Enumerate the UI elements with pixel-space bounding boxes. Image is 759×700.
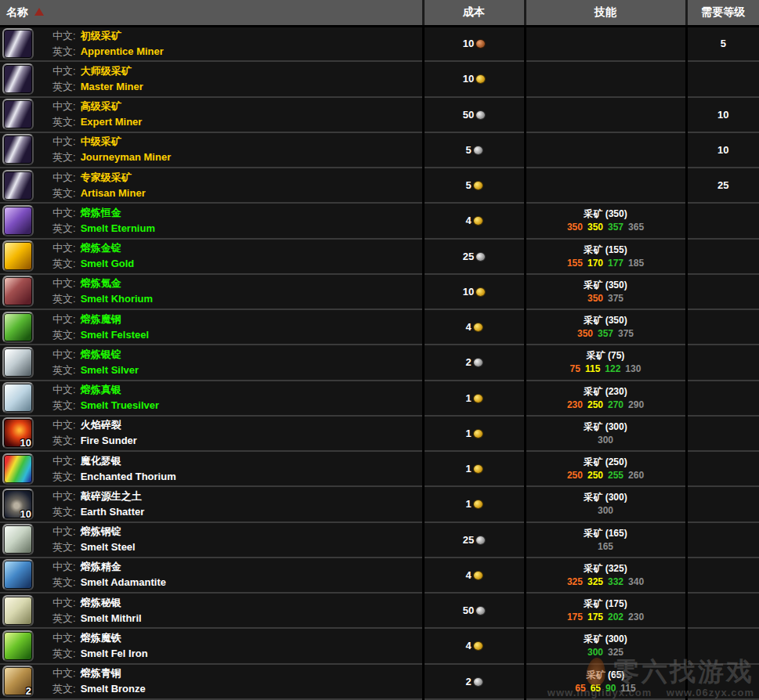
spell-name-cn[interactable]: 熔炼恒金 — [81, 207, 121, 218]
spell-name-en[interactable]: Enchanted Thorium — [81, 471, 176, 482]
skill-up-values: 155170177185 — [526, 257, 685, 269]
name-line-cn: 中文:熔炼恒金 — [52, 205, 155, 221]
spell-name-cn[interactable]: 专家级采矿 — [81, 171, 132, 183]
spell-name-en[interactable]: Smelt Truesilver — [81, 399, 159, 411]
skill-requirement: 采矿 (300) — [526, 633, 685, 645]
spell-name-cn[interactable]: 熔炼氪金 — [81, 277, 121, 289]
cost-amount: 4 — [465, 569, 471, 581]
skill-cell — [525, 97, 686, 132]
required-level — [686, 345, 759, 380]
spell-name-cn[interactable]: 初级采矿 — [81, 30, 121, 41]
spell-name-en[interactable]: Smelt Eternium — [81, 222, 155, 234]
column-header-cost[interactable]: 成本 — [423, 0, 525, 26]
spell-name-cn[interactable]: 大师级采矿 — [81, 65, 132, 77]
skill-up-values: 300325 — [526, 646, 685, 659]
icon-stack-badge: 10 — [20, 509, 31, 520]
spell-name-en[interactable]: Fire Sunder — [81, 435, 137, 446]
skill-up-values: 300 — [526, 434, 685, 446]
column-header-name[interactable]: 名称 — [0, 0, 423, 26]
column-header-skill[interactable]: 技能 — [525, 0, 686, 26]
spell-name-cn[interactable]: 熔炼魔铁 — [81, 632, 121, 644]
required-level — [686, 628, 759, 663]
spell-name-en[interactable]: Smelt Silver — [81, 364, 139, 376]
name-line-cn: 中文:敲碎源生之土 — [52, 489, 144, 504]
spell-name-en[interactable]: Smelt Steel — [81, 541, 136, 553]
en-label: 英文: — [52, 435, 76, 446]
spell-name-en[interactable]: Smelt Felsteel — [81, 329, 149, 341]
spell-name-cn[interactable]: 熔炼青铜 — [81, 667, 121, 679]
table-row: 中文:熔炼氪金 英文:Smelt Khorium 10 采矿 (350) 350… — [0, 274, 759, 309]
spell-name-en[interactable]: Journeyman Miner — [81, 151, 172, 163]
mining-pickaxe-icon[interactable] — [2, 28, 34, 60]
cost-cell: 50 — [423, 593, 525, 628]
silver-bar-icon[interactable] — [2, 347, 34, 378]
column-header-required-level[interactable]: 需要等级 — [686, 0, 759, 26]
felsteel-bar-icon[interactable] — [2, 312, 34, 343]
skill-value: 115 — [620, 683, 635, 694]
spell-name-en[interactable]: Smelt Bronze — [81, 683, 146, 695]
gold-bar-icon[interactable] — [2, 240, 34, 272]
skill-cell: 采矿 (325) 325325332340 — [525, 557, 686, 593]
spell-name-cn[interactable]: 火焰碎裂 — [81, 419, 121, 431]
mining-pickaxe-icon[interactable] — [2, 99, 34, 130]
skill-cell: 采矿 (155) 155170177185 — [525, 239, 686, 274]
spell-name-cn[interactable]: 熔炼精金 — [81, 561, 121, 572]
gold-coin-icon — [476, 75, 485, 83]
spell-name-en[interactable]: Smelt Fel Iron — [81, 648, 148, 659]
table-row: 中文:熔炼魔钢 英文:Smelt Felsteel 4 采矿 (350) 350… — [0, 309, 759, 345]
table-row: 中文:高级采矿 英文:Expert Miner 50 10 — [0, 97, 759, 132]
skill-value: 75 — [570, 363, 580, 374]
spell-name-cn[interactable]: 熔炼钢锭 — [81, 525, 121, 537]
required-level: 10 — [686, 132, 759, 168]
fel-iron-bar-icon[interactable] — [2, 630, 34, 662]
name-line-en: 英文:Smelt Bronze — [52, 681, 146, 697]
spell-name-cn[interactable]: 熔炼金锭 — [81, 242, 121, 254]
khorium-bar-icon[interactable] — [2, 276, 34, 307]
spell-name-cn[interactable]: 敲碎源生之土 — [81, 490, 142, 502]
name-line-cn: 中文:熔炼精金 — [52, 559, 166, 575]
gold-coin-icon — [474, 430, 483, 438]
spell-name-cn[interactable]: 熔炼魔钢 — [81, 313, 121, 325]
truesilver-bar-icon[interactable] — [2, 382, 34, 413]
mining-pickaxe-icon[interactable] — [2, 63, 34, 95]
skill-cell: 采矿 (65) 656590115 — [525, 664, 686, 700]
silver-coin-icon — [476, 607, 485, 615]
spell-name-cn[interactable]: 魔化瑟银 — [81, 455, 121, 467]
cost-cell: 4 — [423, 309, 525, 345]
skill-up-values: 325325332340 — [526, 576, 685, 588]
spell-name-en[interactable]: Smelt Adamantite — [81, 576, 166, 588]
eternium-bar-icon[interactable] — [2, 205, 34, 236]
mining-pickaxe-icon[interactable] — [2, 134, 34, 165]
skill-value: 165 — [598, 541, 613, 552]
cost-amount: 4 — [465, 321, 471, 333]
spell-name-en[interactable]: Smelt Khorium — [81, 293, 153, 305]
spell-name-en[interactable]: Master Miner — [81, 81, 143, 92]
gold-coin-icon — [474, 500, 483, 508]
spell-name-cn[interactable]: 熔炼银锭 — [81, 348, 121, 360]
spell-name-en[interactable]: Expert Miner — [81, 116, 143, 128]
skill-value: 350 — [587, 222, 603, 233]
spell-name-en[interactable]: Apprentice Miner — [81, 45, 164, 57]
spell-name-cn[interactable]: 熔炼秘银 — [81, 597, 121, 608]
adamantite-bar-icon[interactable] — [2, 559, 34, 590]
table-row: 中文:熔炼钢锭 英文:Smelt Steel 25 采矿 (165) 165 — [0, 522, 759, 557]
spell-name-cn[interactable]: 中级采矿 — [81, 135, 121, 147]
name-line-en: 英文:Fire Sunder — [52, 433, 137, 449]
steel-bar-icon[interactable] — [2, 524, 34, 555]
cn-label: 中文: — [52, 100, 76, 112]
spell-name-en[interactable]: Earth Shatter — [81, 506, 145, 518]
enchanted-thorium-icon[interactable] — [2, 453, 34, 485]
mithril-bar-icon[interactable] — [2, 595, 34, 626]
spell-name-cn[interactable]: 高级采矿 — [81, 100, 121, 112]
mining-pickaxe-icon[interactable] — [2, 170, 34, 201]
bronze-bar-icon[interactable]: 2 — [2, 666, 34, 697]
spell-name-en[interactable]: Smelt Gold — [81, 258, 135, 269]
fire-sunder-icon[interactable]: 10 — [2, 417, 34, 449]
skill-value: 325 — [567, 576, 583, 587]
spell-name-cn[interactable]: 熔炼真银 — [81, 384, 121, 395]
spell-name-en[interactable]: Artisan Miner — [81, 187, 146, 199]
earth-shatter-icon[interactable]: 10 — [2, 489, 34, 520]
spell-name-en[interactable]: Smelt Mithril — [81, 612, 142, 624]
gold-coin-icon — [474, 572, 483, 579]
table-row: 中文:熔炼真银 英文:Smelt Truesilver 1 采矿 (230) 2… — [0, 381, 759, 416]
